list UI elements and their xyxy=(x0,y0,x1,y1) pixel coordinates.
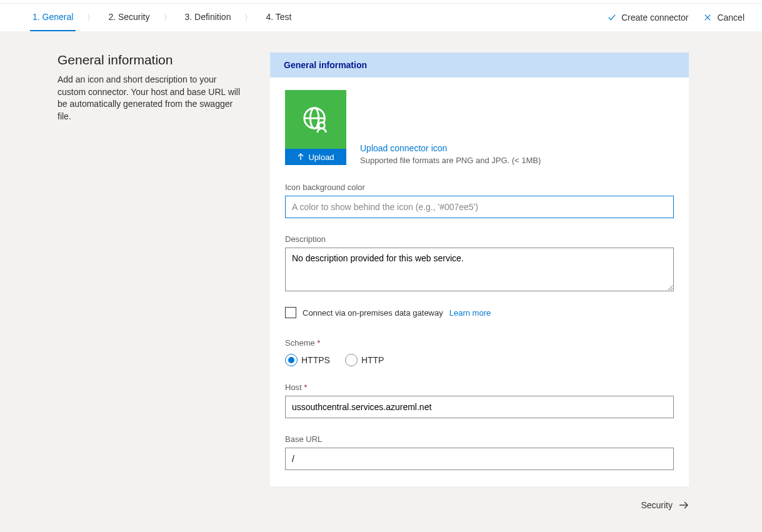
create-connector-button[interactable]: Create connector xyxy=(608,13,688,23)
close-icon xyxy=(703,13,712,22)
chevron-right-icon: 〉 xyxy=(242,13,254,23)
host-label: Host * xyxy=(285,383,674,392)
radio-label: HTTP xyxy=(361,355,384,365)
tab-label: 4. Test xyxy=(266,12,291,22)
gateway-learn-more-link[interactable]: Learn more xyxy=(449,308,491,318)
tab-general[interactable]: 1. General xyxy=(30,4,76,31)
globe-user-icon xyxy=(301,105,330,134)
iconbg-label: Icon background color xyxy=(285,183,674,192)
page-description: Add an icon and short description to you… xyxy=(58,74,245,123)
next-label: Security xyxy=(641,500,673,510)
chevron-right-icon: 〉 xyxy=(84,13,97,23)
tab-label: 2. Security xyxy=(108,12,149,22)
upload-icon-link[interactable]: Upload connector icon xyxy=(360,143,541,153)
action-label: Cancel xyxy=(717,13,744,23)
check-icon xyxy=(608,13,616,22)
upload-hint: Supported file formats are PNG and JPG. … xyxy=(360,156,541,165)
tab-label: 3. Definition xyxy=(185,12,231,22)
baseurl-label: Base URL xyxy=(285,434,674,444)
upload-button[interactable]: Upload xyxy=(285,149,346,165)
action-label: Create connector xyxy=(621,13,688,23)
scheme-http-radio[interactable]: HTTP xyxy=(345,354,384,366)
svg-point-5 xyxy=(319,123,325,129)
base-url-input[interactable] xyxy=(285,448,674,470)
next-security-link[interactable]: Security xyxy=(641,500,689,510)
host-input[interactable] xyxy=(285,396,674,418)
card-header: General information xyxy=(270,53,689,78)
radio-label: HTTPS xyxy=(301,355,330,365)
gateway-checkbox[interactable] xyxy=(285,307,296,318)
gateway-label: Connect via on-premises data gateway xyxy=(303,308,443,318)
general-card: General information xyxy=(270,53,689,486)
tab-label: 1. General xyxy=(33,12,73,22)
chevron-right-icon: 〉 xyxy=(161,13,174,23)
tab-test[interactable]: 4. Test xyxy=(263,4,294,31)
tab-definition[interactable]: 3. Definition xyxy=(183,4,234,31)
tab-security[interactable]: 2. Security xyxy=(106,4,152,31)
description-label: Description xyxy=(285,234,674,244)
page-title: General information xyxy=(58,53,245,68)
description-textarea[interactable] xyxy=(285,248,674,291)
upload-icon xyxy=(297,153,304,161)
scheme-label: Scheme * xyxy=(285,338,674,348)
icon-bg-color-input[interactable] xyxy=(285,196,674,218)
wizard-tabs-row: 1. General 〉 2. Security 〉 3. Definition… xyxy=(0,4,762,31)
side-info: General information Add an icon and shor… xyxy=(58,53,245,123)
arrow-right-icon xyxy=(679,501,689,509)
connector-icon-preview xyxy=(285,90,346,149)
scheme-https-radio[interactable]: HTTPS xyxy=(285,354,330,366)
upload-label: Upload xyxy=(308,153,334,162)
cancel-button[interactable]: Cancel xyxy=(703,13,744,23)
